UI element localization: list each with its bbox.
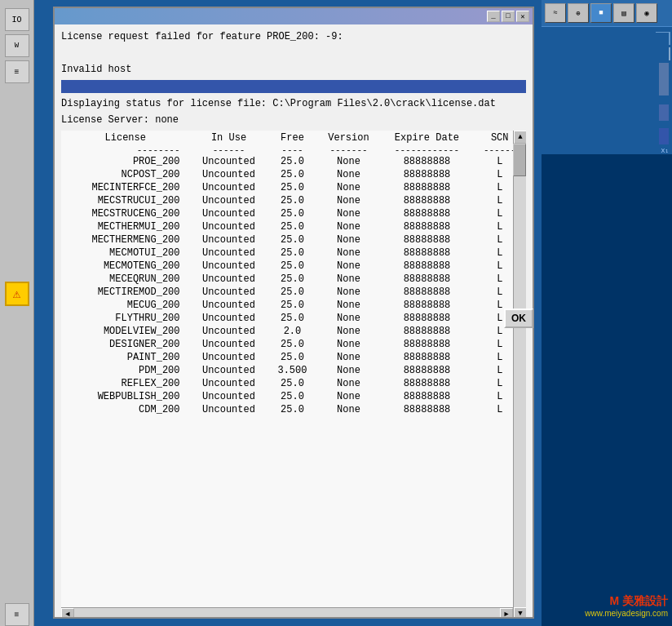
- cell-5-4: 88888888: [380, 220, 473, 233]
- table-row: PROE_200Uncounted25.0None88888888L: [61, 155, 526, 168]
- cell-11-3: None: [316, 299, 380, 312]
- cell-15-1: Uncounted: [190, 351, 268, 364]
- cell-16-1: Uncounted: [190, 364, 268, 377]
- table-row: MECSTRUCENG_200Uncounted25.0None88888888…: [61, 207, 526, 220]
- cell-9-1: Uncounted: [190, 273, 268, 286]
- table-row: MECUG_200Uncounted25.0None88888888L: [61, 299, 526, 312]
- dialog-titlebar: _ □ ✕: [55, 8, 533, 24]
- maximize-button[interactable]: □: [502, 11, 515, 22]
- close-button[interactable]: ✕: [516, 11, 529, 22]
- cell-6-2: 25.0: [267, 233, 316, 246]
- cell-2-4: 88888888: [380, 181, 473, 194]
- cell-2-1: Uncounted: [190, 181, 268, 194]
- col-license: License: [61, 131, 190, 145]
- cell-5-1: Uncounted: [190, 220, 268, 233]
- cell-10-3: None: [316, 286, 380, 299]
- cell-3-3: None: [316, 194, 380, 207]
- table-row: DESIGNER_200Uncounted25.0None88888888L: [61, 338, 526, 351]
- cell-1-2: 25.0: [267, 168, 316, 181]
- cell-13-2: 2.0: [267, 325, 316, 338]
- cell-8-3: None: [316, 260, 380, 273]
- cell-15-3: None: [316, 351, 380, 364]
- toolbar-btn-1[interactable]: ≈: [545, 3, 566, 23]
- cell-4-3: None: [316, 207, 380, 220]
- cell-9-2: 25.0: [267, 273, 316, 286]
- cell-5-3: None: [316, 220, 380, 233]
- cell-13-3: None: [316, 325, 380, 338]
- toolbar-btn-5[interactable]: ◉: [636, 3, 657, 23]
- cell-3-1: Uncounted: [190, 194, 268, 207]
- cell-4-1: Uncounted: [190, 207, 268, 220]
- table-row: WEBPUBLISH_200Uncounted25.0None88888888L: [61, 390, 526, 403]
- cell-15-2: 25.0: [267, 351, 316, 364]
- left-icon-3[interactable]: ≡: [5, 60, 29, 83]
- watermark-logo: M 美雅設計: [585, 594, 668, 609]
- toolbar-btn-3[interactable]: ■: [590, 3, 612, 23]
- cell-15-0: PAINT_200: [61, 351, 190, 364]
- cell-6-4: 88888888: [380, 233, 473, 246]
- right-dark-area: [542, 154, 672, 626]
- license-table: License In Use Free Version Expire Date …: [61, 131, 526, 416]
- cell-16-2: 3.500: [267, 364, 316, 377]
- table-row: NCPOST_200Uncounted25.0None88888888L: [61, 168, 526, 181]
- table-row: MECSTRUCUI_200Uncounted25.0None88888888L: [61, 194, 526, 207]
- sep-3: ----: [267, 145, 316, 155]
- cell-1-0: NCPOST_200: [61, 168, 190, 181]
- cell-13-0: MODELVIEW_200: [61, 325, 190, 338]
- cell-10-1: Uncounted: [190, 286, 268, 299]
- cell-17-1: Uncounted: [190, 377, 268, 390]
- left-icon-2[interactable]: W: [5, 34, 29, 57]
- left-icon-bottom[interactable]: ≡: [5, 603, 29, 626]
- cell-3-2: 25.0: [267, 194, 316, 207]
- scrollbar-vertical[interactable]: ▲ ▼: [513, 131, 526, 617]
- cell-0-1: Uncounted: [190, 155, 268, 168]
- error-line2: [61, 47, 526, 59]
- cell-17-0: REFLEX_200: [61, 377, 190, 390]
- cell-13-4: 88888888: [380, 325, 473, 338]
- cell-9-0: MECEQRUN_200: [61, 273, 190, 286]
- cell-10-4: 88888888: [380, 286, 473, 299]
- table-row: MODELVIEW_200Uncounted2.0None88888888L: [61, 325, 526, 338]
- cell-17-2: 25.0: [267, 377, 316, 390]
- table-row: CDM_200Uncounted25.0None88888888L: [61, 403, 526, 416]
- scrollbar-thumb[interactable]: [513, 144, 526, 176]
- cell-6-1: Uncounted: [190, 233, 268, 246]
- cell-9-4: 88888888: [380, 273, 473, 286]
- cell-16-0: PDM_200: [61, 364, 190, 377]
- cell-17-3: None: [316, 377, 380, 390]
- table-row: MECMOTENG_200Uncounted25.0None88888888L: [61, 260, 526, 273]
- cell-2-2: 25.0: [267, 181, 316, 194]
- table-row: MECEQRUN_200Uncounted25.0None88888888L: [61, 273, 526, 286]
- cell-0-4: 88888888: [380, 155, 473, 168]
- cell-10-0: MECTIREMOD_200: [61, 286, 190, 299]
- license-table-area[interactable]: License In Use Free Version Expire Date …: [61, 131, 526, 617]
- cell-8-0: MECMOTENG_200: [61, 260, 190, 273]
- cell-13-1: Uncounted: [190, 325, 268, 338]
- table-row: MECINTERFCE_200Uncounted25.0None88888888…: [61, 181, 526, 194]
- toolbar-btn-4[interactable]: ▤: [613, 3, 634, 23]
- cell-18-1: Uncounted: [190, 390, 268, 403]
- table-row: PDM_200Uncounted3.500None88888888L: [61, 364, 526, 377]
- cell-11-0: MECUG_200: [61, 299, 190, 312]
- scrollbar-horizontal[interactable]: ◄ ►: [61, 607, 513, 617]
- sep-4: -------: [316, 145, 380, 155]
- cell-9-3: None: [316, 273, 380, 286]
- minimize-button[interactable]: _: [487, 11, 500, 22]
- table-row: MECTHERMUI_200Uncounted25.0None88888888L: [61, 220, 526, 233]
- cell-11-1: Uncounted: [190, 299, 268, 312]
- cell-14-2: 25.0: [267, 338, 316, 351]
- left-icon-1[interactable]: IO: [5, 8, 29, 31]
- sep-2: ------: [190, 145, 268, 155]
- display-line: Displaying status for license file: C:\P…: [61, 98, 526, 109]
- cell-3-4: 88888888: [380, 194, 473, 207]
- table-row: REFLEX_200Uncounted25.0None88888888L: [61, 377, 526, 390]
- warning-icon: ⚠: [5, 282, 29, 306]
- ok-button[interactable]: OK: [504, 309, 533, 328]
- cell-18-3: None: [316, 390, 380, 403]
- cell-14-4: 88888888: [380, 338, 473, 351]
- cell-7-2: 25.0: [267, 246, 316, 260]
- cell-17-4: 88888888: [380, 377, 473, 390]
- cell-14-3: None: [316, 338, 380, 351]
- toolbar-btn-2[interactable]: ⊕: [568, 3, 589, 23]
- left-panel: IO W ≡ ⚠ ≡: [0, 0, 34, 626]
